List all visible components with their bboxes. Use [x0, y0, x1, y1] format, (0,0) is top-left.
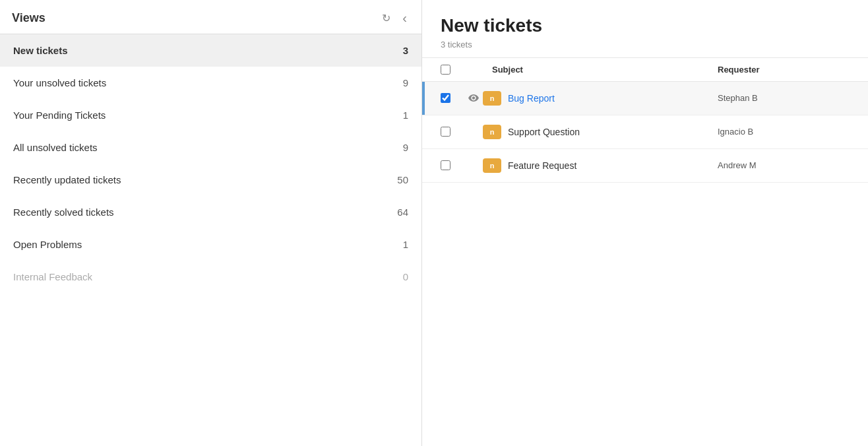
table-row[interactable]: n Feature Request Andrew M — [422, 149, 868, 183]
row-select-checkbox[interactable] — [441, 93, 450, 103]
row-select-checkbox[interactable] — [441, 127, 450, 137]
sidebar-item-label: Recently updated tickets — [13, 174, 121, 185]
ticket-subject[interactable]: Support Question — [508, 127, 718, 137]
sidebar-item-open-problems[interactable]: Open Problems 1 — [0, 228, 421, 261]
ticket-type-badge: n — [483, 125, 501, 139]
row-select-checkbox[interactable] — [441, 160, 450, 170]
sidebar-item-new-tickets[interactable]: New tickets 3 — [0, 34, 421, 67]
sidebar-item-label: All unsolved tickets — [13, 142, 98, 153]
ticket-type-badge: n — [483, 158, 501, 173]
sidebar-title: Views — [12, 11, 46, 25]
row-accent — [422, 82, 425, 115]
sidebar-item-label: Recently solved tickets — [13, 207, 114, 218]
select-all-checkbox[interactable] — [441, 65, 450, 75]
ticket-table: Subject Requester n Bug Report Stephan B — [422, 58, 868, 446]
refresh-button[interactable]: ↻ — [379, 11, 393, 26]
views-list: New tickets 3 Your unsolved tickets 9 Yo… — [0, 34, 421, 446]
ticket-count: 3 tickets — [441, 40, 850, 49]
sidebar-item-count: 1 — [403, 110, 408, 121]
sidebar-actions: ↻ ‹ — [379, 9, 410, 27]
main-header: New tickets 3 tickets — [422, 0, 868, 58]
sidebar-item-your-pending-tickets[interactable]: Your Pending Tickets 1 — [0, 99, 421, 131]
table-header: Subject Requester — [422, 58, 868, 82]
ticket-requester: Stephan B — [718, 93, 850, 103]
subject-column-header: Subject — [464, 65, 718, 75]
sidebar-header: Views ↻ ‹ — [0, 0, 421, 34]
select-all-checkbox-cell — [441, 65, 464, 75]
requester-column-header: Requester — [718, 65, 850, 75]
row-checkbox-cell — [441, 127, 464, 137]
ticket-requester: Andrew M — [718, 160, 850, 170]
chevron-left-icon: ‹ — [402, 11, 407, 26]
sidebar-item-count: 50 — [397, 174, 408, 185]
sidebar-item-label: New tickets — [13, 45, 68, 56]
sidebar-item-count: 64 — [397, 207, 408, 218]
collapse-button[interactable]: ‹ — [400, 9, 410, 27]
ticket-requester: Ignacio B — [718, 127, 850, 137]
sidebar-item-all-unsolved-tickets[interactable]: All unsolved tickets 9 — [0, 131, 421, 164]
ticket-subject[interactable]: Bug Report — [508, 93, 718, 104]
eye-icon — [464, 94, 483, 102]
sidebar-item-count: 9 — [403, 77, 408, 88]
table-row[interactable]: n Support Question Ignacio B — [422, 115, 868, 149]
sidebar-item-your-unsolved-tickets[interactable]: Your unsolved tickets 9 — [0, 67, 421, 99]
sidebar-item-label: Open Problems — [13, 239, 82, 250]
ticket-type-badge: n — [483, 91, 501, 106]
sidebar-item-label: Internal Feedback — [13, 271, 92, 282]
row-checkbox-cell — [441, 93, 464, 103]
sidebar-item-label: Your unsolved tickets — [13, 77, 106, 88]
table-row[interactable]: n Bug Report Stephan B — [422, 82, 868, 115]
sidebar-item-internal-feedback[interactable]: Internal Feedback 0 — [0, 261, 421, 293]
ticket-subject[interactable]: Feature Request — [508, 160, 718, 171]
sidebar-item-count: 1 — [403, 239, 408, 250]
sidebar-item-recently-updated-tickets[interactable]: Recently updated tickets 50 — [0, 164, 421, 196]
sidebar-item-count: 0 — [403, 271, 408, 282]
row-checkbox-cell — [441, 160, 464, 170]
sidebar: Views ↻ ‹ New tickets 3 Your unsolved ti… — [0, 0, 422, 446]
sidebar-item-count: 3 — [403, 45, 408, 56]
page-title: New tickets — [441, 15, 850, 37]
sidebar-item-label: Your Pending Tickets — [13, 110, 106, 121]
ticket-rows: n Bug Report Stephan B n Support Questio… — [422, 82, 868, 183]
main-content: New tickets 3 tickets Subject Requester … — [422, 0, 868, 446]
sidebar-item-count: 9 — [403, 142, 408, 153]
refresh-icon: ↻ — [382, 12, 390, 24]
sidebar-item-recently-solved-tickets[interactable]: Recently solved tickets 64 — [0, 196, 421, 228]
